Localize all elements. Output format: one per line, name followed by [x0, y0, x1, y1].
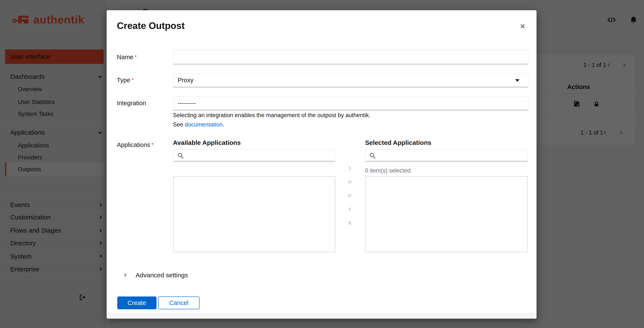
clear-selection-button[interactable] [344, 218, 355, 228]
stage: authentik User interface Dashboards Over… [0, 0, 644, 328]
required-asterisk: * [152, 142, 153, 148]
type-field-label: Type* [117, 77, 134, 84]
period-text: . [223, 121, 224, 128]
see-text: See [173, 121, 185, 128]
available-search-input[interactable] [185, 150, 334, 161]
integration-field-label: Integration [117, 99, 146, 107]
cross-icon [347, 220, 352, 226]
type-select[interactable]: Proxy [173, 73, 528, 87]
advanced-settings-label: Advanced settings [136, 271, 188, 278]
selected-applications-title: Selected Applications [365, 139, 432, 146]
move-selected-right-button[interactable] [344, 163, 355, 173]
chevron-left-icon [347, 206, 352, 212]
integration-select-value: --------- [178, 100, 196, 107]
integration-doc-line: See documentation. [173, 121, 224, 128]
select-caret-icon [515, 79, 519, 82]
create-outpost-modal: Create Outpost Name* Type* Proxy Integra… [106, 10, 536, 319]
type-label-text: Type [117, 77, 130, 83]
move-selected-left-button[interactable] [344, 204, 355, 214]
modal-footer-band [106, 313, 536, 319]
available-search-box [173, 149, 335, 161]
double-chevron-left-icon [347, 192, 352, 198]
modal-title: Create Outpost [117, 20, 185, 31]
available-applications-title: Available Applications [173, 139, 241, 146]
required-asterisk: * [134, 54, 136, 60]
cancel-button[interactable]: Cancel [158, 297, 200, 309]
selected-applications-list[interactable] [365, 176, 527, 252]
screen: authentik User interface Dashboards Over… [0, 0, 644, 328]
close-x-glyph [520, 23, 525, 29]
name-label-text: Name [117, 53, 133, 60]
available-applications-list[interactable] [173, 176, 335, 252]
selected-search-box [365, 149, 527, 161]
move-all-right-button[interactable] [344, 176, 355, 187]
search-icon [369, 152, 376, 159]
applications-label-text: Applications [117, 141, 150, 148]
selected-count-status: 0 item(s) selected. [365, 167, 412, 173]
chevron-right-icon [123, 272, 128, 277]
required-asterisk: * [132, 77, 134, 83]
name-input[interactable] [173, 50, 528, 64]
advanced-settings-toggle[interactable]: Advanced settings [123, 271, 188, 279]
name-field-label: Name* [117, 53, 137, 61]
type-select-value: Proxy [178, 77, 194, 84]
integration-label-text: Integration [117, 99, 146, 106]
selected-search-input[interactable] [378, 150, 526, 161]
close-icon[interactable] [517, 20, 528, 31]
move-all-left-button[interactable] [344, 190, 355, 201]
create-button[interactable]: Create [117, 297, 156, 309]
applications-field-label: Applications* [117, 141, 154, 149]
integration-help-text: Selecting an integration enables the man… [173, 112, 370, 119]
chevron-right-icon [347, 165, 352, 171]
documentation-link[interactable]: documentation [185, 121, 223, 128]
search-icon [177, 152, 184, 159]
integration-select[interactable]: --------- [173, 96, 528, 110]
double-chevron-right-icon [347, 179, 352, 185]
